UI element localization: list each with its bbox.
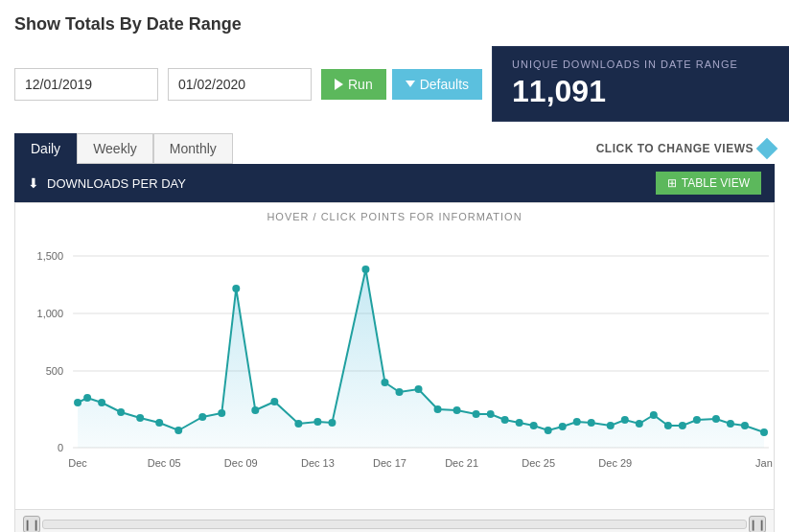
svg-point-31 <box>487 410 495 418</box>
svg-text:Dec 25: Dec 25 <box>522 457 555 469</box>
svg-point-12 <box>117 408 125 416</box>
svg-point-41 <box>636 420 643 428</box>
svg-point-48 <box>741 422 749 429</box>
chart-svg: 1,500 1,000 500 0 <box>15 222 774 509</box>
svg-point-23 <box>328 419 336 427</box>
stats-box: UNIQUE DOWNLOADS IN DATE RANGE 11,091 <box>492 46 789 122</box>
svg-point-26 <box>396 388 404 396</box>
svg-point-20 <box>270 398 278 405</box>
svg-point-34 <box>530 422 538 429</box>
svg-point-22 <box>313 418 321 426</box>
end-date-input[interactable] <box>168 68 312 101</box>
svg-text:Jan: Jan <box>755 457 773 469</box>
chart-header-label: DOWNLOADS PER DAY <box>47 176 186 191</box>
table-view-label: TABLE VIEW <box>682 176 750 190</box>
svg-text:Dec 09: Dec 09 <box>224 457 258 469</box>
tab-monthly[interactable]: Monthly <box>153 133 233 164</box>
tab-daily[interactable]: Daily <box>14 133 77 164</box>
svg-point-17 <box>218 409 225 417</box>
svg-point-30 <box>473 410 480 418</box>
svg-point-45 <box>693 416 701 424</box>
svg-point-33 <box>516 419 523 427</box>
svg-point-18 <box>232 285 240 292</box>
run-button[interactable]: Run <box>321 69 386 100</box>
chart-hover-label: HOVER / CLICK POINTS FOR INFORMATION <box>15 203 774 222</box>
svg-point-28 <box>434 405 442 413</box>
svg-point-46 <box>712 415 720 423</box>
svg-point-19 <box>251 406 259 414</box>
svg-point-21 <box>294 420 302 428</box>
svg-text:Dec 21: Dec 21 <box>445 457 478 469</box>
scrollbar-right-handle[interactable]: ❙❙ <box>749 516 766 532</box>
start-date-input[interactable] <box>14 68 158 101</box>
change-views-button[interactable]: CLICK TO CHANGE VIEWS <box>596 141 775 156</box>
svg-text:Dec 05: Dec 05 <box>148 457 181 469</box>
svg-point-35 <box>545 427 552 434</box>
svg-point-13 <box>136 414 144 422</box>
svg-text:0: 0 <box>58 442 63 453</box>
svg-point-40 <box>621 416 629 424</box>
svg-point-36 <box>559 423 567 430</box>
section-title: Show Totals By Date Range <box>14 14 775 35</box>
stats-value: 11,091 <box>512 74 789 109</box>
defaults-label: Defaults <box>420 77 469 92</box>
svg-point-9 <box>74 399 81 406</box>
svg-text:Dec 29: Dec 29 <box>598 457 632 469</box>
svg-point-44 <box>679 422 686 429</box>
svg-point-37 <box>573 418 581 426</box>
svg-text:1,500: 1,500 <box>37 250 64 262</box>
svg-point-29 <box>453 406 461 414</box>
table-view-button[interactable]: ⊞ TABLE VIEW <box>656 172 761 195</box>
run-label: Run <box>348 77 373 92</box>
svg-point-42 <box>650 411 658 419</box>
stats-label: UNIQUE DOWNLOADS IN DATE RANGE <box>512 58 789 70</box>
svg-text:Dec 17: Dec 17 <box>373 457 406 469</box>
svg-point-10 <box>83 394 91 402</box>
chart-header: ⬇ DOWNLOADS PER DAY ⊞ TABLE VIEW <box>14 164 775 202</box>
svg-point-43 <box>664 422 672 429</box>
svg-point-11 <box>98 399 105 406</box>
tab-weekly[interactable]: Weekly <box>77 133 153 164</box>
scrollbar-left-handle[interactable]: ❙❙ <box>23 516 40 532</box>
scroll-track[interactable] <box>42 520 747 529</box>
diamond-icon <box>756 138 778 160</box>
svg-point-15 <box>174 427 182 434</box>
chart-area: HOVER / CLICK POINTS FOR INFORMATION 1,5… <box>14 202 775 510</box>
chevron-down-icon <box>406 81 415 87</box>
defaults-button[interactable]: Defaults <box>392 69 482 100</box>
svg-point-14 <box>155 419 163 427</box>
download-icon: ⬇ <box>28 175 39 191</box>
table-icon: ⊞ <box>667 176 677 190</box>
svg-point-27 <box>415 385 423 393</box>
tab-group: Daily Weekly Monthly <box>14 133 233 164</box>
scrollbar[interactable]: ❙❙ ❙❙ <box>14 510 775 532</box>
svg-text:500: 500 <box>46 365 63 377</box>
line-chart: 1,500 1,000 500 0 <box>15 227 774 505</box>
svg-point-38 <box>588 419 595 427</box>
svg-point-47 <box>727 420 734 428</box>
svg-text:1,000: 1,000 <box>37 308 64 319</box>
play-icon <box>335 79 343 90</box>
change-views-label: CLICK TO CHANGE VIEWS <box>596 142 754 155</box>
svg-point-24 <box>361 266 369 273</box>
svg-point-49 <box>760 428 768 436</box>
svg-point-25 <box>381 379 388 386</box>
svg-text:Dec 13: Dec 13 <box>301 457 335 469</box>
svg-point-32 <box>501 416 509 424</box>
svg-point-16 <box>198 413 206 421</box>
svg-point-39 <box>607 422 615 429</box>
svg-text:Dec: Dec <box>68 457 87 469</box>
